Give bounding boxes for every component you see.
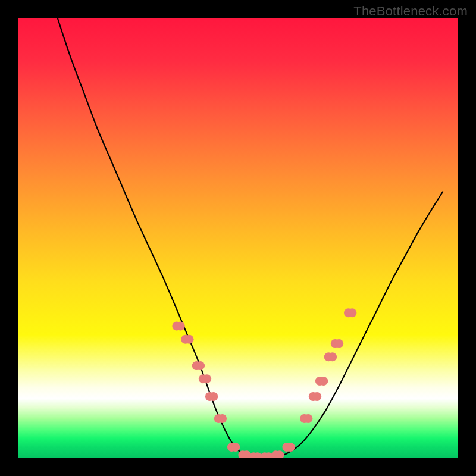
- highlight-marker: [344, 308, 356, 317]
- highlight-marker: [181, 335, 193, 344]
- svg-point-7: [202, 374, 211, 383]
- frame-bottom: [0, 458, 476, 476]
- highlight-marker: [214, 414, 227, 423]
- highlight-marker: [331, 339, 343, 348]
- chart-stage: TheBottleneck.com: [0, 0, 476, 476]
- highlight-marker: [199, 374, 211, 383]
- svg-point-33: [334, 339, 343, 348]
- highlight-marker: [315, 377, 328, 386]
- highlight-marker: [309, 392, 321, 401]
- highlight-marker: [227, 443, 240, 452]
- bottleneck-chart: [0, 0, 476, 476]
- svg-point-23: [286, 443, 295, 452]
- highlight-marker: [205, 392, 218, 401]
- highlight-marker: [282, 443, 295, 452]
- frame-top: [0, 0, 476, 1]
- svg-point-5: [196, 361, 205, 370]
- svg-point-1: [176, 322, 185, 331]
- highlight-marker: [324, 352, 337, 361]
- highlight-marker: [192, 361, 205, 370]
- plot-background: [18, 18, 458, 458]
- svg-point-35: [347, 308, 356, 317]
- svg-point-13: [231, 443, 240, 452]
- svg-point-27: [312, 392, 321, 401]
- frame-right: [458, 0, 476, 476]
- svg-point-3: [185, 335, 194, 344]
- watermark-text: TheBottleneck.com: [353, 4, 468, 19]
- svg-point-11: [218, 414, 227, 423]
- svg-point-31: [328, 352, 337, 361]
- svg-point-9: [209, 392, 218, 401]
- highlight-marker: [172, 322, 184, 331]
- svg-point-29: [319, 377, 328, 386]
- svg-point-25: [303, 414, 312, 423]
- frame-left: [0, 0, 18, 476]
- highlight-marker: [300, 414, 312, 423]
